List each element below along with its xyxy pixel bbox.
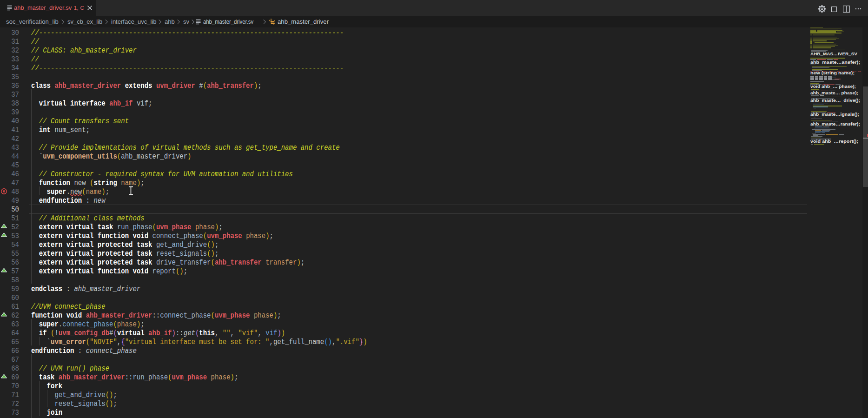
svg-text:new (string name);: new (string name); [810,71,855,75]
svg-text:ahb_maste…ransfer);: ahb_maste…ransfer); [810,122,860,126]
svg-text:ahb_maste…ansfer);: ahb_maste…ansfer); [810,60,860,65]
svg-text:void ahb_…report();: void ahb_…report(); [810,139,858,144]
svg-text:void ahb_… phase);: void ahb_… phase); [810,84,856,89]
svg-text:ahb_maste… phase);: ahb_maste… phase); [810,91,858,95]
svg-text:ahb_maste…_drive();: ahb_maste…_drive(); [810,98,860,103]
svg-text:ahb_maste…ignals();: ahb_maste…ignals(); [810,112,859,117]
svg-text:AHB_MAS…IVER_SV: AHB_MAS…IVER_SV [810,52,858,56]
